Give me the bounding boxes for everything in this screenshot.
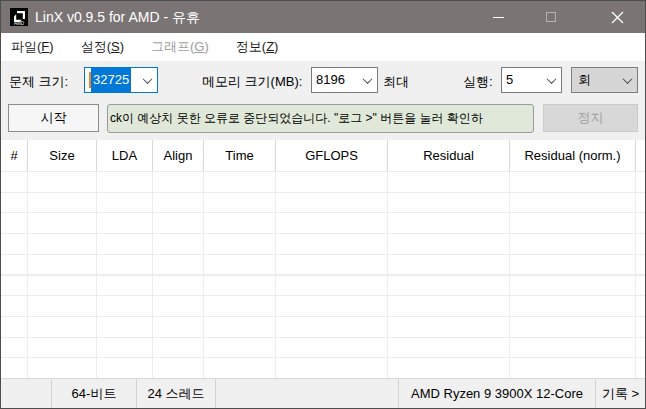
statusbar-bitness: 64-비트 [52, 379, 137, 408]
col-header-time[interactable]: Time [204, 140, 276, 171]
results-table-header: # Size LDA Align Time GFLOPS Residual Re… [1, 140, 645, 171]
problem-size-value: 32725 [91, 68, 131, 92]
statusbar-threads: 24 스레드 [137, 379, 216, 408]
chevron-down-icon[interactable] [357, 68, 377, 92]
statusbar: 64-비트 24 스레드 AMD Ryzen 9 3900X 12-Core 기… [1, 378, 645, 408]
memory-size-value: 8196 [312, 68, 357, 92]
statusbar-cpu: AMD Ryzen 9 3900X 12-Core [399, 379, 596, 408]
minimize-icon [493, 17, 504, 18]
menubar: 파일(F) 설정(S) 그래프(G) 정보(Z) [1, 33, 645, 61]
memory-size-combo[interactable]: 8196 [311, 67, 378, 93]
amd-logo-icon: AMD [10, 8, 28, 26]
statusbar-pane-empty [216, 379, 399, 408]
runs-combo[interactable]: 5 [501, 67, 562, 93]
linx-window: AMD LinX v0.9.5 for AMD - 유휴 파일(F) 설정(S)… [0, 0, 646, 409]
col-header-residual-norm[interactable]: Residual (norm.) [510, 140, 636, 171]
close-icon [611, 11, 624, 24]
statusbar-history-toggle[interactable]: 기록 > [596, 379, 645, 408]
close-button[interactable] [594, 1, 640, 33]
results-table: # Size LDA Align Time GFLOPS Residual Re… [1, 140, 645, 378]
menu-file[interactable]: 파일(F) [1, 33, 64, 61]
problem-size-combo[interactable]: 32725 [84, 67, 158, 93]
col-header-align[interactable]: Align [153, 140, 204, 171]
runs-value: 5 [502, 68, 541, 92]
window-title: LinX v0.9.5 for AMD - 유휴 [35, 1, 200, 33]
statusbar-pane-empty [1, 379, 52, 408]
svg-text:AMD: AMD [14, 21, 25, 26]
chevron-down-icon[interactable] [137, 68, 157, 92]
col-header-number[interactable]: # [1, 140, 28, 171]
stop-button[interactable]: 정지 [543, 104, 638, 132]
menu-settings[interactable]: 설정(S) [71, 33, 134, 61]
chevron-down-icon[interactable] [617, 68, 637, 92]
unit-value: 회 [572, 68, 617, 92]
maximize-button[interactable] [528, 1, 574, 33]
start-button[interactable]: 시작 [8, 104, 99, 132]
runs-label: 실행: [463, 73, 493, 91]
menu-graph[interactable]: 그래프(G) [141, 33, 219, 61]
max-label: 최대 [383, 73, 409, 91]
menu-info[interactable]: 정보(Z) [226, 33, 289, 61]
unit-combo[interactable]: 회 [571, 67, 638, 93]
col-header-lda[interactable]: LDA [97, 140, 153, 171]
maximize-icon [546, 12, 556, 22]
col-header-size[interactable]: Size [28, 140, 97, 171]
col-header-residual[interactable]: Residual [388, 140, 510, 171]
minimize-button[interactable] [475, 1, 521, 33]
status-message: ck이 예상치 못한 오류로 중단되었습니다. "로그 >" 버튼을 눌러 확인… [107, 104, 534, 133]
results-table-body [1, 171, 645, 378]
memory-size-label: 메모리 크기(MB): [202, 73, 302, 91]
titlebar: AMD LinX v0.9.5 for AMD - 유휴 [1, 1, 645, 33]
col-header-gflops[interactable]: GFLOPS [276, 140, 388, 171]
problem-size-label: 문제 크기: [9, 73, 68, 91]
chevron-down-icon[interactable] [541, 68, 561, 92]
